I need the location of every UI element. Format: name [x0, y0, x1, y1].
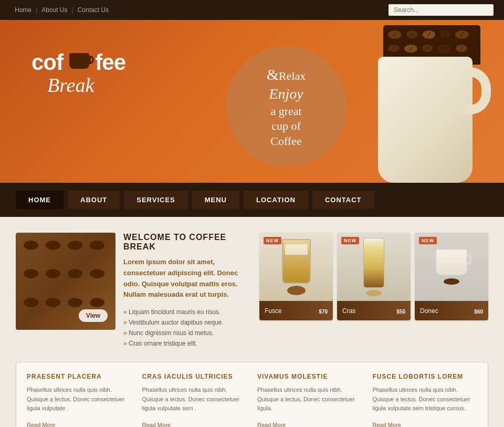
hero-section: cof fee Break &Relax Enjoy a greatcup of…: [0, 20, 504, 183]
new-badge-2: NEW: [341, 237, 359, 244]
bullet-3: Nunc dignissim risus id metus.: [123, 328, 249, 338]
new-badge-1: NEW: [264, 237, 281, 244]
info-grid: PRAESENT PLACERA Phasellus ultrices null…: [27, 373, 477, 427]
bean: [90, 298, 104, 307]
bullet-1: Liquam tincidunt mauris eu risus.: [123, 307, 249, 317]
mug-body: [378, 57, 472, 183]
nav-link-menu[interactable]: MENU: [192, 191, 239, 209]
bean: [46, 298, 60, 307]
welcome-intro: Lorem ipsum dolor sit amet, consectetuer…: [123, 257, 249, 300]
welcome-bullets: Liquam tincidunt mauris eu risus. Vestib…: [123, 307, 249, 349]
info-text-3: Phasellus ultrices nulla quis nibh. Quis…: [257, 386, 362, 413]
read-more-3[interactable]: Read More: [257, 422, 286, 427]
product-image-3: NEW: [415, 233, 488, 301]
bean: [68, 269, 82, 278]
info-box-2: CRAS IACULIS ULTRICIES Phasellus ultrice…: [142, 373, 247, 427]
info-text-4: Phasellus ultrices nulla quis nibh. Quis…: [373, 386, 478, 413]
nav-link-about[interactable]: ABOUT: [68, 191, 120, 209]
main-nav: HOME ABOUT SERVICES MENU LOCATION CONTAC…: [0, 183, 504, 217]
bullet-4: Cras ornare tristique elit.: [123, 338, 249, 349]
bean: [68, 298, 82, 307]
bean: [46, 269, 60, 278]
info-text-2: Phasellus ultrices nulla quis nibh. Quis…: [142, 386, 247, 413]
tagline-text: &Relax Enjoy a greatcup ofCoffee: [267, 64, 306, 149]
product-price-1: $70: [319, 305, 328, 316]
read-more-2[interactable]: Read More: [142, 422, 171, 427]
product-price-2: $50: [396, 305, 405, 316]
bean: [68, 241, 82, 250]
welcome-text: WELCOME TO COFFEE BREAK Lorem ipsum dolo…: [123, 233, 249, 349]
bean: [24, 269, 38, 278]
info-title-1: PRAESENT PLACERA: [27, 373, 132, 380]
nav-home-link[interactable]: Home: [10, 6, 36, 14]
product-price-3: $60: [474, 305, 483, 316]
welcome-title: WELCOME TO COFFEE BREAK: [123, 233, 249, 252]
bean: [46, 241, 60, 250]
main-content: View WELCOME TO COFFEE BREAK Lorem ipsum…: [0, 217, 504, 427]
nav-link-location[interactable]: LOCATION: [244, 191, 308, 209]
product-image-1: NEW: [259, 233, 333, 301]
nav-item-contact[interactable]: CONTACT: [312, 191, 374, 209]
view-button[interactable]: View: [79, 309, 108, 322]
bean: [24, 298, 38, 307]
logo-break: Break: [47, 74, 125, 97]
info-title-2: CRAS IACULIS ULTRICIES: [142, 373, 247, 380]
product-image-2: NEW: [337, 233, 411, 301]
info-text-1: Phasellus ultrices nulla quis nibh. Quis…: [27, 386, 132, 413]
mug-handle: [465, 67, 491, 114]
new-badge-3: NEW: [419, 237, 437, 244]
nav-item-services[interactable]: SERVICES: [124, 191, 188, 209]
read-more-4[interactable]: Read More: [373, 422, 401, 427]
info-box-4: FUSCE LOBORTIS LOREM Phasellus ultrices …: [373, 373, 478, 427]
read-more-1[interactable]: Read More: [27, 422, 55, 427]
nav-about-link[interactable]: About Us: [37, 6, 71, 14]
logo-line1: cof fee: [32, 51, 125, 74]
info-box-3: VIVAMUS MOLESTIE Phasellus ultrices null…: [257, 373, 362, 427]
welcome-products-section: View WELCOME TO COFFEE BREAK Lorem ipsum…: [16, 233, 488, 349]
top-nav-links: Home | About Us | Contact Us: [10, 6, 113, 14]
main-nav-list: HOME ABOUT SERVICES MENU LOCATION CONTAC…: [0, 183, 504, 217]
welcome-area: View WELCOME TO COFFEE BREAK Lorem ipsum…: [16, 233, 249, 349]
top-nav-bar: Home | About Us | Contact Us: [0, 0, 504, 20]
info-title-4: FUSCE LOBORTIS LOREM: [373, 373, 478, 380]
nav-contact-link[interactable]: Contact Us: [74, 6, 113, 14]
product-card-2: NEW Cras $50: [337, 233, 411, 320]
nav-link-contact[interactable]: CONTACT: [312, 191, 374, 209]
info-title-3: VIVAMUS MOLESTIE: [257, 373, 362, 380]
hero-mug: [368, 25, 494, 183]
nav-item-menu[interactable]: MENU: [192, 191, 239, 209]
site-logo: cof fee Break: [32, 51, 125, 97]
bean: [90, 241, 104, 250]
nav-link-home[interactable]: HOME: [16, 191, 64, 209]
products-area: NEW Fusce $70 NEW: [259, 233, 488, 320]
product-card-3: NEW Donec $60: [415, 233, 488, 320]
product-footer-3: Donec $60: [415, 301, 488, 320]
bean: [24, 241, 38, 250]
product-name-2: Cras: [342, 307, 355, 315]
welcome-image: View: [16, 233, 116, 330]
hero-tagline: &Relax Enjoy a greatcup ofCoffee: [226, 46, 346, 167]
bean: [90, 269, 104, 278]
nav-item-location[interactable]: LOCATION: [244, 191, 308, 209]
product-footer-2: Cras $50: [337, 301, 411, 320]
product-card-1: NEW Fusce $70: [259, 233, 333, 320]
nav-link-services[interactable]: SERVICES: [124, 191, 188, 209]
bullet-2: Vestibulum auctor dapibus neque.: [123, 317, 249, 328]
search-input[interactable]: [388, 4, 494, 16]
product-name-3: Donec: [420, 307, 438, 315]
product-footer-1: Fusce $70: [259, 301, 333, 320]
info-box-1: PRAESENT PLACERA Phasellus ultrices null…: [27, 373, 132, 427]
nav-item-about[interactable]: ABOUT: [68, 191, 120, 209]
info-section: PRAESENT PLACERA Phasellus ultrices null…: [16, 362, 488, 427]
product-name-1: Fusce: [265, 307, 282, 315]
nav-item-home[interactable]: HOME: [16, 191, 64, 209]
